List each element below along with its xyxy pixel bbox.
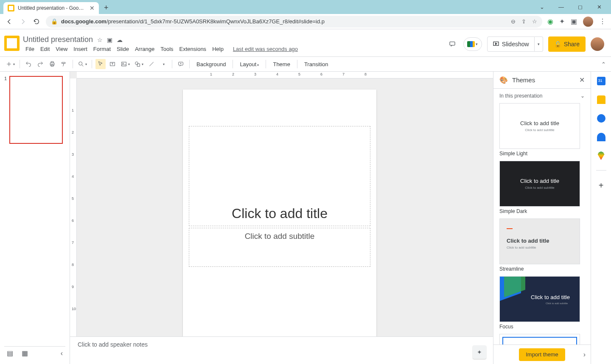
theme-button[interactable]: Theme	[269, 61, 293, 67]
browser-tab[interactable]: Untitled presentation - Google Slides ✕	[3, 2, 99, 14]
menu-help[interactable]: Help	[210, 45, 226, 53]
zoom-icon[interactable]: ⊖	[511, 18, 516, 25]
chrome-menu-icon[interactable]: ⋮	[599, 17, 606, 25]
tab-close-icon[interactable]: ✕	[90, 5, 95, 11]
grid-view-icon[interactable]: ▦	[22, 349, 28, 357]
layout-button[interactable]: Layout	[236, 61, 262, 67]
extension-icons: ◉ ✦ ▣ ⋮	[547, 17, 606, 27]
theme-focus[interactable]: Click to add titleClick to add subtitle …	[499, 276, 585, 331]
app-header: Untitled presentation ☆ ▣ ☁ File Edit Vi…	[0, 29, 611, 56]
subtitle-placeholder-box[interactable]: Click to add subtitle	[189, 228, 370, 267]
redo-button[interactable]	[35, 59, 45, 69]
close-window-icon[interactable]: ✕	[590, 1, 609, 14]
themes-footer: Import theme ›	[493, 344, 591, 364]
move-icon[interactable]: ▣	[107, 36, 112, 43]
new-tab-button[interactable]: +	[104, 3, 109, 12]
star-icon[interactable]: ☆	[97, 36, 103, 43]
shape-tool[interactable]	[133, 59, 145, 69]
calendar-icon[interactable]	[597, 77, 605, 85]
speaker-notes[interactable]: Click to add speaker notes ✦	[70, 336, 493, 364]
ruler-horizontal: 12345678	[77, 72, 493, 78]
explore-button[interactable]: ✦	[473, 345, 486, 359]
minimize-icon[interactable]: —	[552, 1, 571, 14]
header-right: ▾ Slideshow ▾ 🔒 Share	[446, 36, 604, 52]
menu-extensions[interactable]: Extensions	[177, 45, 209, 53]
comment-tool[interactable]	[176, 59, 186, 69]
menu-insert[interactable]: Insert	[71, 45, 90, 53]
zoom-button[interactable]	[76, 59, 88, 69]
url-actions: ⊖ ⇪ ☆	[511, 18, 537, 25]
filmstrip-footer: ▤ ▦ ‹	[4, 346, 65, 360]
title-placeholder-box[interactable]: Click to add title	[189, 126, 370, 226]
meet-button[interactable]: ▾	[463, 37, 482, 51]
browser-toolbar: 🔒 docs.google.com/presentation/d/1_5dxk7…	[0, 14, 611, 29]
menu-arrange[interactable]: Arrange	[132, 45, 157, 53]
menubar: File Edit View Insert Format Slide Arran…	[23, 45, 443, 53]
share-url-icon[interactable]: ⇪	[521, 18, 526, 25]
themes-section-toggle[interactable]: In this presentation ⌄	[493, 89, 591, 103]
keep-icon[interactable]	[597, 95, 605, 104]
slides-app-icon[interactable]	[4, 36, 20, 51]
collapse-toolbar-icon[interactable]: ⌃	[601, 61, 606, 67]
textbox-tool[interactable]	[107, 59, 118, 69]
menu-format[interactable]: Format	[91, 45, 113, 53]
line-tool[interactable]	[146, 59, 157, 69]
slide-thumbnail-1[interactable]	[9, 76, 63, 144]
tasks-icon[interactable]	[597, 114, 605, 123]
chevron-down-icon: ⌄	[580, 93, 585, 99]
menu-slide[interactable]: Slide	[114, 45, 132, 53]
svg-point-5	[79, 62, 82, 65]
main-area: 1 ▤ ▦ ‹ 12345678 12345678910 Click to ad…	[0, 72, 611, 364]
menu-file[interactable]: File	[23, 45, 37, 53]
canvas-scroll[interactable]: Click to add title Click to add subtitle	[70, 78, 493, 336]
lock-icon: 🔒	[554, 41, 561, 48]
cloud-status-icon[interactable]: ☁	[117, 36, 123, 43]
theme-streamline[interactable]: Click to add titleClick to add subtitle …	[499, 218, 585, 274]
contacts-icon[interactable]	[597, 133, 605, 141]
user-avatar[interactable]	[591, 37, 604, 51]
back-button[interactable]	[5, 17, 14, 26]
undo-button[interactable]	[23, 59, 34, 69]
transition-button[interactable]: Transition	[301, 61, 332, 67]
new-slide-button[interactable]	[4, 59, 16, 69]
chrome-tab-search-icon[interactable]: ⌄	[533, 1, 552, 14]
paint-format-button[interactable]	[59, 59, 69, 69]
print-button[interactable]	[47, 59, 57, 69]
menu-edit[interactable]: Edit	[38, 45, 52, 53]
themes-next-icon[interactable]: ›	[583, 351, 586, 358]
menu-tools[interactable]: Tools	[158, 45, 176, 53]
filmstrip: 1 ▤ ▦ ‹	[0, 72, 70, 364]
menu-view[interactable]: View	[53, 45, 70, 53]
slideshow-dropdown[interactable]: ▾	[535, 36, 543, 52]
share-button[interactable]: 🔒 Share	[548, 36, 586, 52]
url-bar[interactable]: 🔒 docs.google.com/presentation/d/1_5dxk7…	[46, 16, 542, 28]
slideshow-button[interactable]: Slideshow	[487, 36, 535, 52]
collapse-filmstrip-icon[interactable]: ‹	[61, 350, 63, 357]
extensions-icon[interactable]: ✦	[559, 17, 565, 25]
themes-list[interactable]: Click to add titleClick to add subtitle …	[493, 103, 591, 344]
maps-icon[interactable]	[598, 151, 605, 160]
themes-panel: 🎨 Themes ✕ In this presentation ⌄ Click …	[493, 72, 591, 364]
background-button[interactable]: Background	[193, 61, 229, 67]
import-theme-button[interactable]: Import theme	[519, 348, 565, 361]
select-tool[interactable]	[95, 59, 106, 69]
maximize-icon[interactable]: ◻	[571, 1, 590, 14]
add-addon-icon[interactable]: +	[599, 181, 604, 190]
theme-simple-dark[interactable]: Click to add titleClick to add subtitle …	[499, 161, 585, 216]
filmstrip-view-icon[interactable]: ▤	[7, 349, 13, 357]
slide-canvas[interactable]: Click to add title Click to add subtitle	[183, 90, 376, 336]
forward-button[interactable]	[19, 17, 27, 26]
bookmark-icon[interactable]: ☆	[532, 18, 537, 25]
comments-button[interactable]	[446, 38, 458, 50]
chrome-profile-avatar[interactable]	[583, 17, 593, 27]
last-edit-link[interactable]: Last edit was seconds ago	[230, 45, 300, 53]
extension-1-icon[interactable]: ◉	[547, 17, 553, 25]
image-tool[interactable]	[119, 59, 131, 69]
side-panel-icon[interactable]: ▣	[571, 17, 577, 25]
close-themes-icon[interactable]: ✕	[579, 76, 585, 84]
theme-shift[interactable]	[499, 334, 585, 344]
theme-simple-light[interactable]: Click to add titleClick to add subtitle …	[499, 103, 585, 158]
document-title[interactable]: Untitled presentation	[23, 35, 93, 44]
reload-button[interactable]	[32, 17, 41, 26]
line-options[interactable]	[158, 59, 168, 69]
